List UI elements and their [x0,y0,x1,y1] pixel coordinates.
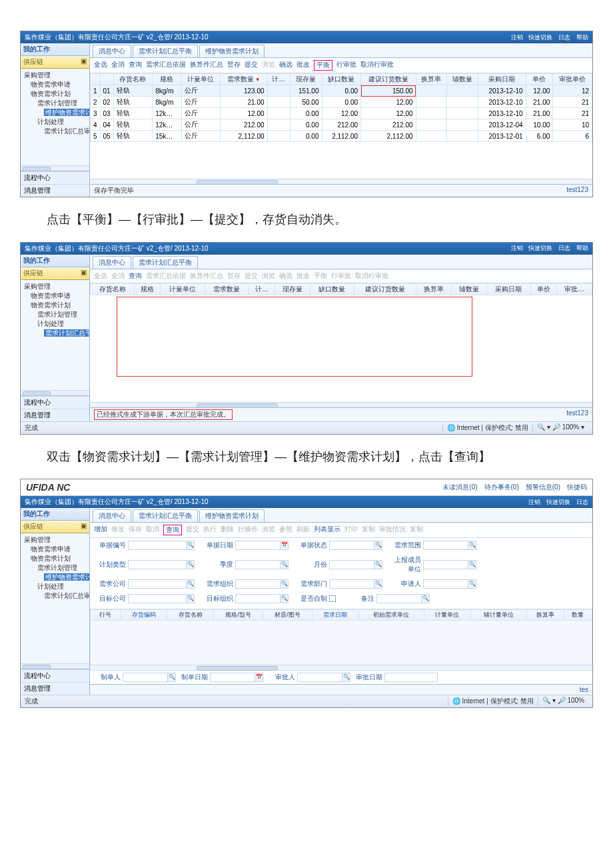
grid-hscroll[interactable] [90,179,592,184]
tab-msgcenter[interactable]: 消息中心 [93,509,131,522]
tab-msgcenter[interactable]: 消息中心 [93,45,131,57]
col-header[interactable]: 计量单位 [424,610,470,621]
col-name[interactable]: 存货名称 [113,74,153,85]
log-link[interactable]: 日志 [576,499,588,505]
log-link[interactable]: 日志 [558,245,570,251]
msg-mgmt[interactable]: 消息管理 [21,184,89,197]
tb-add[interactable]: 增加 [94,525,107,535]
help-link[interactable]: 帮助 [576,34,588,41]
col-header[interactable]: 规格/型号 [214,610,263,621]
filter-input[interactable]: 🔍 [423,579,476,589]
ie-zoom[interactable]: 🔍 ▾ 🔎 100% [538,697,588,706]
col-apprice[interactable]: 审批… [557,283,592,295]
col-stock[interactable]: 现存量 [291,74,322,85]
filter-input[interactable]: 🔍 [128,541,195,550]
tree-node[interactable]: 计划处理 [24,117,87,127]
col-header[interactable]: 存货编码 [121,610,167,621]
table-row[interactable]: 505轻轨15k…公斤2,112.000.002,112.002,112.002… [91,131,592,142]
col-calc[interactable]: 计… [249,283,275,295]
left-hscroll[interactable] [21,390,89,395]
flow-center[interactable]: 流程中心 [21,396,89,409]
col-header[interactable]: 材质/图号 [263,610,312,621]
col-header[interactable]: 存货名称 [167,610,214,621]
tree-node[interactable]: 物资需求申请 [24,291,87,301]
col-date[interactable]: 采购日期 [486,283,530,295]
tb-batchmod[interactable]: 批改 [297,60,310,71]
col-price[interactable]: 单价 [531,283,557,295]
col-apprice[interactable]: 审批单价 [553,74,592,85]
tb-sumbasis[interactable]: 需求汇总依据 [146,60,186,71]
logout-link[interactable]: 注销 [511,34,523,41]
col-rate[interactable]: 换算率 [416,74,447,85]
tb-query[interactable]: 查询 [129,271,142,281]
filter-input[interactable]: 🔍 [423,560,476,569]
col-price[interactable]: 单价 [526,74,553,85]
todo-link[interactable]: 待办事务(0) [484,483,519,492]
makedate-input[interactable]: 📅 [210,673,263,682]
filter-input[interactable]: 🔍 [235,560,289,569]
table-row[interactable]: 404轻轨12k…公斤212.000.00212.00212.002013-12… [91,119,592,131]
flow-center[interactable]: 流程中心 [21,171,89,184]
tree-node[interactable]: 采购管理 [24,71,87,80]
tab-maintain[interactable]: 维护物资需求计划 [199,509,265,522]
ie-zoom[interactable]: 🔍 ▾ 🔎 100% ▾ [532,423,588,433]
msg-mgmt[interactable]: 消息管理 [21,682,89,695]
tb-balance[interactable]: 平衡 [314,60,332,71]
grid-hscroll[interactable] [90,402,592,407]
tb-save[interactable]: 暂存 [227,60,241,71]
col-spec[interactable]: 规格 [153,74,181,85]
tree-node[interactable]: 需求计划管理 [24,99,87,108]
col-header[interactable]: 换算率 [526,610,564,621]
alert-link[interactable]: 预警信息(0) [526,483,560,492]
msg-mgmt[interactable]: 消息管理 [21,409,89,421]
tb-confirm[interactable]: 确选 [279,60,293,71]
filter-input[interactable]: 🔍 [423,541,476,550]
table-row[interactable]: 303轻轨12k…公斤12.000.0012.0012.002013-12-10… [91,108,592,119]
col-req[interactable]: 需求数量▼ [221,74,267,85]
flow-center[interactable]: 流程中心 [21,669,89,682]
col-suggest[interactable]: 建议订货数量 [354,283,416,295]
supply-header[interactable]: 供应链▣ [21,267,89,280]
filter-input[interactable]: 🔍 [329,541,382,550]
col-gap[interactable]: 缺口数量 [310,283,354,295]
tree-node-selected[interactable]: 需求计划汇总平衡 [44,329,89,337]
self-made-checkbox[interactable] [329,595,336,602]
supply-header[interactable]: 供应链▣ [21,56,89,69]
filter-input[interactable]: 🔍 [235,579,289,589]
tb-convsum[interactable]: 换算件汇总 [190,60,223,71]
tab-summary[interactable]: 需求计划汇总平衡 [133,509,198,522]
tab-summary[interactable]: 需求计划汇总平衡 [133,256,198,269]
left-hscroll[interactable] [21,663,89,669]
mywork-header[interactable]: 我的工作 [21,508,89,521]
col-gap[interactable]: 缺口数量 [322,74,361,85]
col-aux[interactable]: 辅数量 [452,283,487,295]
col-spec[interactable]: 规格 [135,283,161,295]
approver-input[interactable]: 🔍 [297,673,350,682]
filter-input[interactable]: 🔍 [128,579,195,589]
tb-query[interactable]: 查询 [129,60,142,71]
supply-header[interactable]: 供应链▣ [21,521,89,533]
tree-node[interactable]: 物资需求计划 [24,301,87,310]
tree-node[interactable]: 需求计划汇总审核 [24,591,87,601]
logout-link[interactable]: 注销 [511,245,523,251]
mywork-header[interactable]: 我的工作 [21,255,89,267]
col-unit[interactable]: 计量单位 [181,74,221,85]
filter-input[interactable]: 🔍 [376,594,430,603]
tb-selectall[interactable]: 全选 [94,60,107,71]
tree-node[interactable]: 需求计划汇总审核 [24,127,87,136]
mywork-header[interactable]: 我的工作 [21,43,89,56]
shortcut-link[interactable]: 快捷码 [567,483,587,492]
tb-query[interactable]: 查询 [163,525,182,535]
log-link[interactable]: 日志 [558,34,570,41]
col-aux[interactable]: 辅数量 [447,74,478,85]
col-unit[interactable]: 计量单位 [161,283,205,295]
quickswitch-link[interactable]: 快速切换 [546,499,570,505]
col-blank1[interactable] [91,74,101,85]
tb-lineapprove[interactable]: 行审批 [336,60,356,71]
tree-node[interactable]: 计划处理 [24,319,87,329]
filter-input[interactable]: 🔍 [128,560,195,569]
filter-input[interactable]: 🔍 [235,594,289,603]
col-rate[interactable]: 换算率 [416,283,452,295]
tab-msgcenter[interactable]: 消息中心 [93,256,131,269]
col-header[interactable]: 行号 [91,610,121,621]
